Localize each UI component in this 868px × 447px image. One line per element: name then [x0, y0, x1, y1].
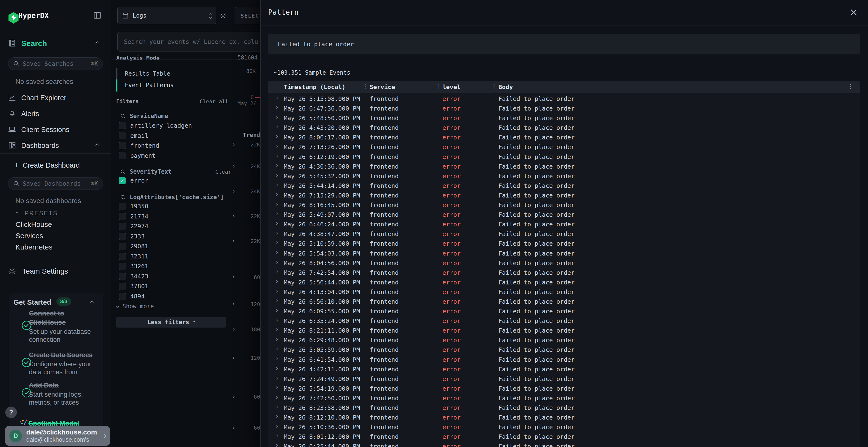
event-row[interactable]: May 26 6:29:48.000 PM frontend error Fai… — [268, 335, 860, 345]
filter-option[interactable]: ✓ error — [119, 176, 148, 186]
event-row[interactable]: May 26 6:46:24.000 PM frontend error Fai… — [268, 219, 860, 229]
filter-option[interactable]: 21734 — [119, 211, 148, 221]
get-started-item[interactable]: Create Data Sources Configure where your… — [29, 350, 104, 376]
filter-group-header-cache-size[interactable]: LogAttributes['cache.size'] — [120, 194, 224, 201]
sidebar-item-chart-explorer[interactable]: Chart Explorer — [0, 91, 111, 105]
less-filters-button[interactable]: Less filters — [116, 317, 226, 328]
sidebar-item-search[interactable]: Search — [0, 37, 111, 50]
col-timestamp[interactable]: Timestamp (Local) — [284, 83, 345, 91]
column-handle-icon[interactable] — [494, 84, 495, 85]
event-row[interactable]: May 26 4:42:11.000 PM frontend error Fai… — [268, 365, 860, 374]
event-row[interactable]: May 26 6:41:54.000 PM frontend error Fai… — [268, 355, 860, 365]
event-row[interactable]: May 26 6:25:44.000 PM frontend error Fai… — [268, 442, 860, 447]
event-row[interactable]: May 26 8:21:11.000 PM frontend error Fai… — [268, 325, 860, 335]
event-row[interactable]: May 26 5:49:07.000 PM frontend error Fai… — [268, 210, 860, 219]
checkbox[interactable] — [119, 293, 126, 300]
presets-toggle[interactable]: PRESETS — [0, 209, 111, 218]
event-row[interactable]: May 26 7:15:29.000 PM frontend error Fai… — [268, 191, 860, 200]
event-row[interactable]: May 26 5:48:50.000 PM frontend error Fai… — [268, 113, 860, 123]
column-handle-icon[interactable] — [365, 84, 366, 85]
occluded-get-started-item[interactable]: Spotlight Modal — [28, 419, 79, 426]
table-menu-kebab-icon[interactable] — [850, 84, 851, 85]
event-row[interactable]: May 26 7:42:54.000 PM frontend error Fai… — [268, 268, 860, 277]
filter-option[interactable]: 29081 — [119, 241, 148, 251]
event-row[interactable]: May 26 5:54:19.000 PM frontend error Fai… — [268, 384, 860, 393]
filter-group-header-servicename[interactable]: ServiceName — [120, 113, 168, 119]
checkbox[interactable] — [119, 233, 126, 240]
preset-item-clickhouse[interactable]: ClickHouse — [16, 220, 52, 229]
filter-option[interactable]: 33261 — [119, 261, 148, 271]
event-row[interactable]: May 26 4:13:04.000 PM frontend error Fai… — [268, 287, 860, 297]
show-more-toggle[interactable]: Show more — [117, 303, 154, 310]
filter-option[interactable]: frontend — [119, 141, 192, 151]
mode-event-patterns[interactable]: Event Patterns — [125, 82, 174, 89]
filter-option[interactable]: email — [119, 131, 192, 141]
get-started-item[interactable]: Connect to ClickHouse Set up your databa… — [29, 309, 101, 344]
checkbox[interactable] — [119, 283, 126, 290]
event-row[interactable]: May 26 5:54:03.000 PM frontend error Fai… — [268, 248, 860, 258]
get-started-item[interactable]: Add Data Start sending logs, metrics, or… — [29, 381, 104, 407]
filter-option[interactable]: artillery-loadgen — [119, 121, 192, 131]
close-icon[interactable] — [849, 8, 858, 16]
column-handle-icon[interactable] — [438, 84, 439, 85]
event-row[interactable]: May 26 6:56:10.000 PM frontend error Fai… — [268, 297, 860, 306]
event-row[interactable]: May 26 6:12:19.000 PM frontend error Fai… — [268, 152, 860, 162]
saved-searches-field[interactable] — [23, 60, 88, 67]
checkbox[interactable] — [119, 203, 126, 210]
event-row[interactable]: May 26 6:47:36.000 PM frontend error Fai… — [268, 104, 860, 113]
event-row[interactable]: May 26 5:10:59.000 PM frontend error Fai… — [268, 239, 860, 248]
checkbox[interactable] — [119, 213, 126, 220]
filter-option[interactable]: 34423 — [119, 271, 148, 281]
chevron-up-icon[interactable] — [90, 301, 94, 304]
event-row[interactable]: May 26 8:12:10.000 PM frontend error Fai… — [268, 413, 860, 422]
checkbox[interactable] — [119, 132, 126, 139]
filter-option[interactable]: 32311 — [119, 251, 148, 262]
preset-item-kubernetes[interactable]: Kubernetes — [16, 243, 52, 251]
source-select[interactable]: Logs — [117, 7, 216, 24]
checkbox[interactable]: ✓ — [119, 177, 126, 184]
event-row[interactable]: May 26 4:30:36.000 PM frontend error Fai… — [268, 162, 860, 171]
event-row[interactable]: May 26 4:38:47.000 PM frontend error Fai… — [268, 229, 860, 239]
filter-option[interactable]: 2333 — [119, 232, 148, 242]
event-row[interactable]: May 26 5:44:14.000 PM frontend error Fai… — [268, 181, 860, 191]
col-level[interactable]: level — [442, 83, 461, 91]
help-button[interactable]: ? — [5, 407, 17, 418]
source-settings-gear-icon[interactable] — [219, 12, 227, 20]
event-row[interactable]: May 26 5:05:59.000 PM frontend error Fai… — [268, 345, 860, 354]
filter-option[interactable]: 19350 — [119, 201, 148, 211]
checkbox[interactable] — [119, 142, 126, 149]
sidebar-item-client-sessions[interactable]: Client Sessions — [0, 123, 111, 136]
checkbox[interactable] — [119, 152, 126, 159]
filter-option[interactable]: 4894 — [119, 291, 148, 302]
event-row[interactable]: May 26 8:01:12.000 PM frontend error Fai… — [268, 432, 860, 442]
col-service[interactable]: Service — [370, 83, 395, 91]
checkbox[interactable] — [119, 273, 126, 280]
clear-severity-link[interactable]: Clear — [215, 169, 231, 175]
event-row[interactable]: May 26 5:15:08.000 PM frontend error Fai… — [268, 94, 860, 104]
event-row[interactable]: May 26 4:43:20.000 PM frontend error Fai… — [268, 123, 860, 133]
checkbox[interactable] — [119, 253, 126, 260]
event-row[interactable]: May 26 5:45:32.000 PM frontend error Fai… — [268, 171, 860, 181]
sidebar-item-dashboards[interactable]: Dashboards — [0, 139, 111, 152]
clear-all-link[interactable]: Clear all — [199, 99, 228, 105]
event-row[interactable]: May 26 7:13:26.000 PM frontend error Fai… — [268, 142, 860, 152]
filter-group-header-severitytext[interactable]: SeverityText — [120, 168, 172, 175]
saved-dashboards-field[interactable] — [23, 180, 88, 187]
event-row[interactable]: May 26 6:35:24.000 PM frontend error Fai… — [268, 316, 860, 325]
checkbox[interactable] — [119, 122, 126, 129]
event-row[interactable]: May 26 7:24:49.000 PM frontend error Fai… — [268, 374, 860, 384]
preset-item-services[interactable]: Services — [16, 232, 43, 240]
saved-searches-input[interactable]: ⌘K — [8, 57, 103, 70]
user-menu[interactable]: D dale@clickhouse.com dale@clickhouse.co… — [5, 426, 110, 446]
filter-option[interactable]: payment — [119, 151, 192, 161]
sidebar-item-team-settings[interactable]: Team Settings — [0, 265, 111, 278]
event-row[interactable]: May 26 5:56:44.000 PM frontend error Fai… — [268, 277, 860, 287]
checkbox[interactable] — [119, 243, 126, 250]
event-row[interactable]: May 26 5:10:36.000 PM frontend error Fai… — [268, 422, 860, 432]
filter-option[interactable]: 22974 — [119, 221, 148, 232]
checkbox[interactable] — [119, 223, 126, 230]
checkbox[interactable] — [119, 263, 126, 270]
sidebar-collapse-icon[interactable] — [93, 11, 102, 20]
event-row[interactable]: May 26 8:04:56.000 PM frontend error Fai… — [268, 258, 860, 268]
sidebar-item-alerts[interactable]: Alerts — [0, 107, 111, 121]
